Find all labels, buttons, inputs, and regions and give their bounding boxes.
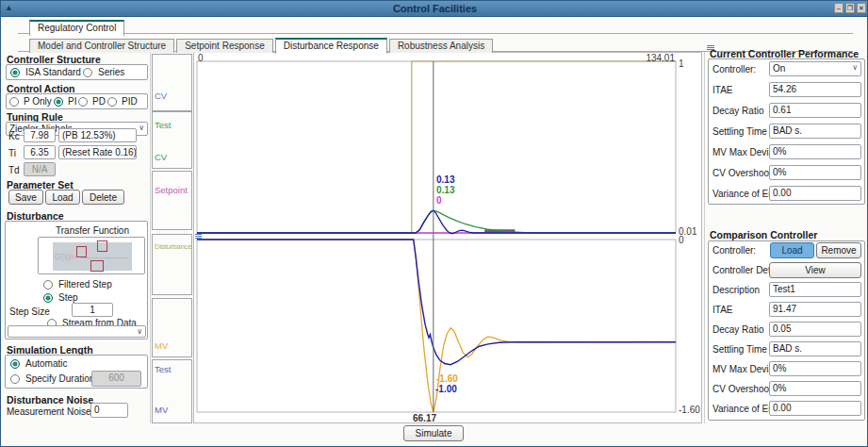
- close-button[interactable]: ✕: [857, 3, 866, 13]
- cursor-test-cv-value: 0.13: [436, 185, 454, 195]
- radio-step-label: Step: [58, 292, 78, 303]
- controller-state-select[interactable]: On ∨: [769, 61, 861, 76]
- tab-regulatory-control[interactable]: Regulatory Control: [29, 20, 124, 36]
- mv-max-deviation-value: 0%: [769, 144, 861, 159]
- radio-specify-duration[interactable]: [10, 374, 20, 384]
- right-panel-divider: [704, 52, 705, 423]
- tab-setpoint-response[interactable]: Setpoint Response: [176, 39, 273, 53]
- remove-comparison-button[interactable]: Remove: [816, 242, 861, 258]
- itae-label: ITAE: [712, 85, 732, 95]
- load-comparison-button[interactable]: Load: [770, 242, 814, 258]
- minimize-button[interactable]: –: [834, 3, 843, 13]
- measurement-noise-sd-input[interactable]: 0: [90, 403, 128, 418]
- step-size-input[interactable]: 1: [72, 303, 113, 317]
- legend-box-cv: CV: [152, 54, 192, 111]
- tab-disturbance-response[interactable]: Disturbance Response: [275, 38, 387, 54]
- controller-label: Controller:: [712, 64, 756, 74]
- legend-test-mv-label-1: Test: [155, 364, 171, 374]
- disturbance-group: Transfer Function G(s)= Filtered Step St…: [5, 221, 148, 339]
- radio-isa-standard-label: ISA Standard: [25, 67, 81, 77]
- data-stream-select[interactable]: ∨: [8, 325, 146, 338]
- tab-model-and-controller-structure[interactable]: Model and Controller Structure: [29, 39, 174, 53]
- cursor-cv-value: 0.13: [436, 174, 454, 185]
- ti-note: (Reset Rate 0.16): [58, 145, 137, 159]
- comparison-variance-value: 0.00: [769, 401, 861, 416]
- radio-filtered-step-label: Filtered Step: [58, 279, 112, 290]
- tf-parameter-box-2: [97, 240, 107, 252]
- comparison-settling-time-value: BAD s.: [769, 341, 861, 356]
- cursor-setpoint-value: 0: [436, 195, 442, 206]
- comparison-mv-max-deviation-value: 0%: [769, 361, 861, 376]
- legend-box-mv: MV: [152, 298, 192, 357]
- save-button[interactable]: Save: [8, 190, 43, 205]
- radio-specify-duration-label: Specify Duration: [25, 373, 94, 384]
- delete-button[interactable]: Delete: [82, 190, 124, 205]
- comparison-controller-heading: Comparison Controller: [710, 229, 817, 240]
- radio-pd[interactable]: [78, 97, 88, 107]
- disturbance-noise-heading: Disturbance Noise: [7, 394, 93, 406]
- panel-divider: [150, 52, 151, 423]
- radio-p-only[interactable]: [9, 97, 19, 107]
- kc-note: (PB 12.53%): [58, 128, 137, 142]
- ti-input[interactable]: 6.35: [24, 145, 56, 159]
- time-axis-end-label: 134.01: [601, 53, 675, 63]
- series-test-mv: [197, 240, 676, 365]
- plot-splitter-grip[interactable]: [195, 234, 202, 239]
- current-performance-panel: Controller: On ∨ ITAE54.26 Decay Ratio0.…: [708, 58, 865, 205]
- window-title: Control Facilities: [1, 3, 868, 14]
- radio-series[interactable]: [83, 68, 92, 77]
- mv-axis-zero-label: 0: [679, 235, 684, 245]
- ti-label: Ti: [8, 148, 16, 158]
- response-plot-area[interactable]: 0 134.01 1 0.01 0 -1.60 0.13 0.13 0 -1.6…: [193, 52, 702, 423]
- cv-overshoot-label: CV Overshoot: [712, 168, 772, 178]
- series-cv: [197, 210, 676, 234]
- tab-robustness-analysis[interactable]: Robustness Analysis: [389, 39, 493, 53]
- comparison-controller-panel: Controller: Load Remove Controller Detai…: [708, 240, 865, 421]
- comparison-itae-label: ITAE: [712, 305, 732, 315]
- comparison-settling-time-label: Settling Time: [712, 344, 767, 355]
- view-details-button[interactable]: View: [769, 262, 861, 278]
- radio-pi-label: PI: [68, 96, 76, 107]
- series-disturbance: [197, 61, 676, 233]
- tf-parameter-box-3: [90, 260, 104, 272]
- legend-setpoint-label: Setpoint: [155, 185, 188, 195]
- cursor-test-mv-value: -1.00: [435, 384, 457, 394]
- tf-parameter-box-1: [76, 246, 87, 257]
- legend-cv-label: CV: [155, 91, 167, 101]
- chevron-down-icon: ∨: [137, 327, 142, 336]
- settling-time-value: BAD s.: [769, 124, 861, 139]
- kc-input[interactable]: 7.98: [24, 128, 56, 142]
- variance-of-error-value: 0.00: [769, 186, 861, 201]
- radio-step[interactable]: [43, 293, 53, 303]
- load-button[interactable]: Load: [45, 190, 80, 205]
- simulate-button[interactable]: Simulate: [403, 425, 464, 441]
- legend-test-cv-label: CV: [155, 152, 167, 162]
- transfer-function-label: Transfer Function: [56, 225, 129, 236]
- legend-box-disturbance: Disturbance: [152, 234, 192, 295]
- chevron-down-icon: ∨: [139, 124, 144, 132]
- decay-ratio-label: Decay Ratio: [712, 106, 763, 116]
- radio-pid[interactable]: [107, 97, 117, 107]
- comparison-cv-overshoot-label: CV Overshoot: [712, 384, 772, 394]
- comparison-itae-value: 91.47: [769, 302, 861, 317]
- legend-box-setpoint: Setpoint: [152, 171, 192, 230]
- legend-box-test-mv: Test MV: [152, 359, 192, 423]
- disturbance-axis-max-label: 1: [679, 58, 684, 69]
- simulation-length-group: Automatic Specify Duration 600: [5, 355, 148, 389]
- transfer-function-image: G(s)=: [53, 242, 132, 271]
- description-label: Description: [712, 285, 760, 295]
- radio-pi[interactable]: [54, 97, 63, 107]
- response-plot-svg: [194, 53, 703, 424]
- legend-mv-label: MV: [155, 340, 168, 351]
- radio-automatic[interactable]: [10, 359, 20, 369]
- td-input: N/A: [24, 162, 56, 176]
- kc-label: Kc: [8, 131, 20, 141]
- radio-filtered-step[interactable]: [43, 280, 53, 290]
- maximize-button[interactable]: ❐: [845, 3, 855, 13]
- radio-isa-standard[interactable]: [10, 68, 20, 77]
- comparison-decay-ratio-value: 0.05: [769, 322, 861, 337]
- cursor-time-label: 66.17: [413, 413, 436, 423]
- cv-overshoot-value: 0%: [769, 165, 861, 180]
- radio-series-label: Series: [98, 67, 124, 77]
- radio-automatic-label: Automatic: [25, 358, 67, 369]
